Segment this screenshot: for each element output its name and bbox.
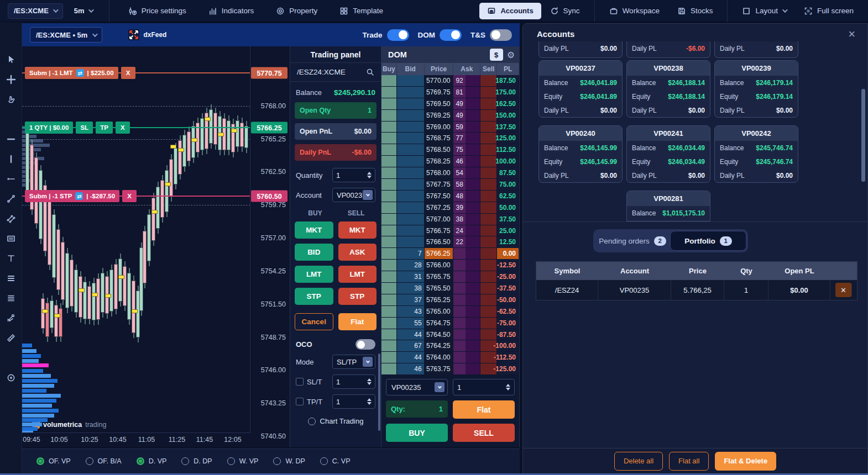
dom-row[interactable]: 465763.75-125.00 xyxy=(381,363,519,375)
mode-radio-ofvp[interactable]: OF. VP xyxy=(36,457,71,465)
trendline-tool-icon[interactable] xyxy=(6,194,16,204)
dom-row[interactable]: 445764.50-87.50 xyxy=(381,329,519,341)
cursor-tool-icon[interactable] xyxy=(6,55,16,65)
horizontal-line-tool-icon[interactable] xyxy=(6,134,16,144)
toggle-switch[interactable] xyxy=(490,29,512,41)
workspace-button[interactable]: Workspace xyxy=(600,0,668,22)
dom-row[interactable]: 555764.75-75.00 xyxy=(381,318,519,329)
fullscreen-button[interactable]: Full screen xyxy=(795,0,862,22)
sync-button[interactable]: Sync xyxy=(541,0,589,22)
dom-row[interactable]: 285766.00-12.50 xyxy=(381,260,519,271)
ruler-tool-icon[interactable] xyxy=(6,333,16,343)
dom-buy-button[interactable]: BUY xyxy=(386,424,448,442)
text-tool-icon[interactable] xyxy=(6,254,16,263)
dom-flat-button[interactable]: Flat xyxy=(453,400,515,419)
dollar-toggle-button[interactable]: $ xyxy=(490,49,503,61)
channel-tool-icon[interactable] xyxy=(6,214,16,224)
oco-toggle[interactable] xyxy=(355,339,375,350)
layout-button[interactable]: Layout xyxy=(733,0,795,22)
mode-radio-ddp[interactable]: D. DP xyxy=(181,457,212,465)
dom-ladder[interactable]: 5770.0092187.505769.7581175.005769.50491… xyxy=(381,75,519,375)
buy-bid-button[interactable]: BID xyxy=(295,244,333,261)
ray-tool-icon[interactable] xyxy=(6,174,16,184)
quantity-stepper[interactable]: 1 xyxy=(332,168,375,182)
dom-row[interactable]: 5768.005487.50 xyxy=(381,167,519,179)
dom-row[interactable]: 5770.0092187.50 xyxy=(381,75,519,87)
chart-ticker-selector[interactable]: /ES:XCME • 5m xyxy=(30,27,102,43)
stocks-button[interactable]: Stocks xyxy=(668,0,722,22)
dom-row[interactable]: 5768.2546100.00 xyxy=(381,156,519,167)
account-select[interactable]: VP0023 xyxy=(332,188,375,202)
order-cancel-button[interactable]: X xyxy=(121,67,135,79)
buy-lmt-button[interactable]: LMT xyxy=(295,266,333,283)
tab-pending-orders[interactable]: Pending orders2 xyxy=(595,231,670,251)
order-sl-button[interactable]: SL xyxy=(76,122,93,134)
time-axis[interactable]: 09:4510:0510:2510:4511:0511:2511:4512:05 xyxy=(22,432,250,447)
dom-row[interactable]: 5769.2549150.00 xyxy=(381,110,519,122)
scrollbar[interactable] xyxy=(378,353,380,431)
mode-radio-cvp[interactable]: C. VP xyxy=(320,457,351,465)
eye-tool-icon[interactable] xyxy=(6,373,16,383)
mode-radio-wvp[interactable]: W. VP xyxy=(227,457,259,465)
sell-stp-button[interactable]: STP xyxy=(338,288,377,305)
sell-lmt-button[interactable]: LMT xyxy=(338,266,377,283)
price-settings-button[interactable]: Price settings xyxy=(119,0,195,22)
close-position-button[interactable]: ✕ xyxy=(835,283,852,297)
dom-account-select[interactable]: VP00235 xyxy=(386,379,448,395)
hand-tool-icon[interactable] xyxy=(6,95,16,105)
delete-all-button[interactable]: Delete all xyxy=(614,452,663,471)
dom-row[interactable]: 385765.50-37.50 xyxy=(381,283,519,294)
dom-row[interactable]: 5767.003837.50 xyxy=(381,214,519,225)
dom-row[interactable]: 5768.5075112.50 xyxy=(381,144,519,156)
dom-sell-button[interactable]: SELL xyxy=(453,424,515,442)
mode-radio-wdp[interactable]: W. DP xyxy=(273,457,305,465)
stepper-arrows[interactable] xyxy=(367,172,372,178)
toggle-switch[interactable] xyxy=(387,29,409,41)
chart-trading-radio[interactable] xyxy=(308,418,316,425)
mode-radio-ofba[interactable]: OF. B/A xyxy=(86,457,122,465)
timeframe-selector[interactable]: 5m xyxy=(67,3,99,19)
lines-menu-icon[interactable] xyxy=(6,273,16,283)
dom-row[interactable]: 315765.75-25.00 xyxy=(381,271,519,283)
search-icon[interactable] xyxy=(366,68,374,76)
dom-row[interactable]: 5768.7577125.00 xyxy=(381,133,519,144)
dom-row[interactable]: 5766.752425.00 xyxy=(381,225,519,237)
dom-row[interactable]: 375765.25-50.00 xyxy=(381,294,519,306)
slt-checkbox[interactable] xyxy=(296,378,304,386)
order-cancel-button[interactable]: X xyxy=(122,190,137,202)
dom-row[interactable]: 5767.755875.00 xyxy=(381,179,519,191)
dom-row[interactable]: 5769.5049162.50 xyxy=(381,98,519,110)
scrollbar[interactable] xyxy=(861,89,865,182)
crosshair-tool-icon[interactable] xyxy=(6,74,17,85)
order-tp-button[interactable]: TP xyxy=(96,122,113,134)
tpt-stepper[interactable]: 1 xyxy=(332,394,375,409)
flat---delete-button[interactable]: Flat & Delete xyxy=(715,452,776,471)
sell-mkt-button[interactable]: MKT xyxy=(338,221,377,239)
buy-mkt-button[interactable]: MKT xyxy=(295,221,333,239)
price-axis[interactable]: 5768.005765.255762.505759.755757.005754.… xyxy=(250,46,290,447)
buy-stp-button[interactable]: STP xyxy=(295,288,333,305)
rectangle-tool-icon[interactable] xyxy=(6,234,16,244)
property-button[interactable]: Property xyxy=(267,0,326,22)
template-button[interactable]: Template xyxy=(331,0,392,22)
cancel-button[interactable]: Cancel xyxy=(295,313,333,330)
gear-icon[interactable]: ⚙ xyxy=(507,50,515,60)
fib-tool-icon[interactable] xyxy=(6,313,16,323)
dom-row[interactable]: 5767.253950.00 xyxy=(381,202,519,214)
dom-row[interactable]: 435765.00-62.50 xyxy=(381,306,519,318)
dom-qty-stepper[interactable]: 1 xyxy=(453,379,515,395)
table-row[interactable]: /ESZ24VP002355.766,251$0.00✕ xyxy=(536,280,857,300)
order-link-icon[interactable]: ⇄ xyxy=(76,69,84,77)
symbol-selector[interactable]: /ES:XCME xyxy=(8,3,63,19)
tab-portfolio[interactable]: Portfolio1 xyxy=(670,231,746,251)
order-link-icon[interactable]: ⇄ xyxy=(75,192,83,200)
accounts-button[interactable]: Accounts xyxy=(479,3,541,19)
dom-row[interactable]: 5769.7581175.00 xyxy=(381,87,519,98)
dom-row[interactable]: 5766.502212.50 xyxy=(381,236,519,248)
dom-row[interactable]: 445764.00-112.50 xyxy=(381,352,519,363)
mode-select[interactable]: SL/TP xyxy=(332,355,375,369)
dom-row[interactable]: 675764.25-100.00 xyxy=(381,340,519,352)
sell-ask-button[interactable]: ASK xyxy=(338,244,377,261)
dense-lines-menu-icon[interactable] xyxy=(6,293,16,303)
mode-radio-dvp[interactable]: D. VP xyxy=(137,457,167,465)
